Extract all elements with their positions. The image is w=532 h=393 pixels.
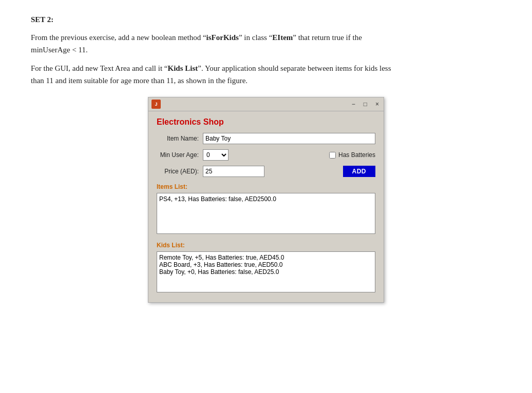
paragraph-1: From the previous exercise, add a new bo… (31, 31, 401, 87)
min-age-row: Min User Age: 0 1 2 5 13 Has Batteries (157, 149, 375, 161)
window-body: Electronics Shop Item Name: Min User Age… (148, 111, 384, 302)
p1-class-name: EItem (272, 33, 293, 42)
item-name-input[interactable] (203, 133, 375, 144)
titlebar: J − □ × (148, 97, 384, 111)
has-batteries-checkbox[interactable] (329, 152, 336, 159)
p2-list-name: Kids List (168, 64, 198, 72)
age-select[interactable]: 0 1 2 5 13 (203, 149, 229, 161)
age-select-wrap: 0 1 2 5 13 (203, 149, 229, 161)
p1-text-start: From the previous exercise, add a new bo… (31, 33, 206, 42)
add-button[interactable]: ADD (343, 166, 376, 177)
kids-list-label: Kids List: (157, 242, 375, 249)
item-name-row: Item Name: (157, 133, 375, 144)
app-title: Electronics Shop (157, 117, 375, 127)
java-icon: J (151, 100, 161, 109)
titlebar-left: J (151, 100, 161, 109)
titlebar-controls[interactable]: − □ × (350, 101, 381, 108)
maximize-button[interactable]: □ (362, 101, 369, 108)
price-input[interactable] (203, 166, 264, 177)
has-batteries-label: Has Batteries (338, 151, 375, 159)
close-button[interactable]: × (374, 101, 381, 108)
has-batteries-wrap: Has Batteries (329, 151, 375, 159)
set-title: SET 2: (31, 15, 501, 24)
app-window: J − □ × Electronics Shop Item Name: Min … (148, 97, 384, 303)
min-age-label: Min User Age: (157, 151, 203, 159)
item-name-label: Item Name: (157, 135, 203, 142)
price-label: Price (AED): (157, 168, 203, 175)
minimize-button[interactable]: − (350, 101, 357, 108)
p1-text-mid: ” in class “ (239, 33, 272, 42)
p2-text-start: For the GUI, add new Text Area and call … (31, 64, 168, 72)
p1-method-name: isForKids (206, 33, 239, 42)
price-row: Price (AED): ADD (157, 166, 375, 177)
kids-list-textarea[interactable] (157, 251, 375, 292)
items-list-textarea[interactable] (157, 193, 375, 234)
items-list-label: Items List: (157, 183, 375, 190)
